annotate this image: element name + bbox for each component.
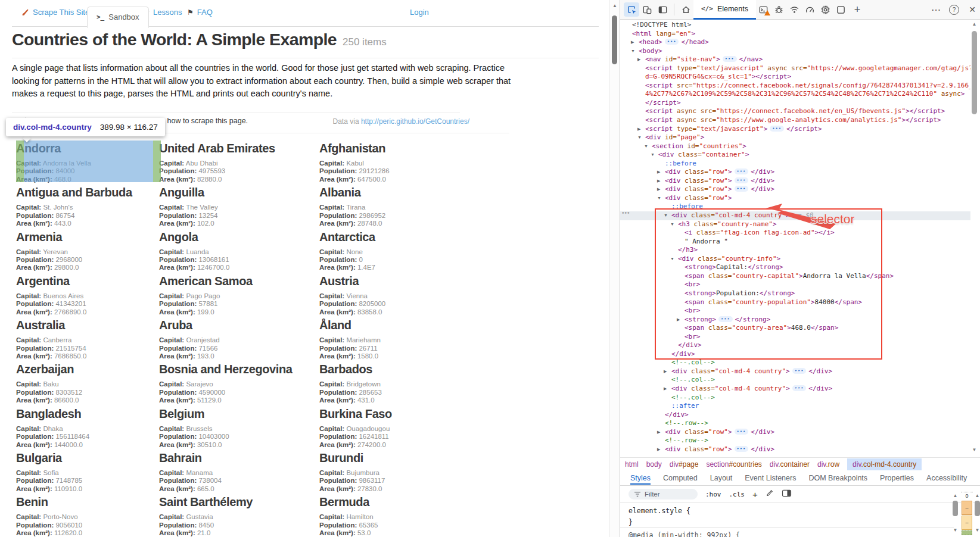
new-style-rule-icon[interactable]: +	[752, 489, 758, 499]
dom-node-line[interactable]: ▼<div class="col-md-4 country"> == $0	[620, 211, 970, 220]
dom-node-line[interactable]: ▼<div class="country-info">	[620, 255, 970, 264]
inspect-element-icon[interactable]	[624, 2, 639, 17]
dom-node-line[interactable]: ▼<h3 class="country-name">	[620, 220, 970, 229]
inline-expand-icon[interactable]: •••	[718, 316, 733, 322]
dom-node-line[interactable]: ▶<div class="col-md-4 country">•••</div>	[620, 367, 970, 376]
dom-node-line[interactable]: <span class="country-area">468.0</span>	[620, 324, 970, 333]
scroll-up-icon[interactable]: ▲	[973, 493, 980, 498]
dom-node-line[interactable]: <br>	[620, 307, 970, 316]
home-icon[interactable]	[678, 2, 693, 17]
dom-node-line[interactable]: ▼<div class="row">	[620, 194, 970, 203]
dom-node-line[interactable]: ▶<strong>•••</strong>	[620, 316, 970, 324]
dom-node-line[interactable]: <script async src="https://www.google-an…	[620, 116, 970, 125]
help-icon[interactable]: ?	[949, 5, 959, 15]
close-devtools-icon[interactable]: ✕	[964, 5, 980, 14]
pseudo-state-toggle[interactable]: :hov	[705, 491, 721, 498]
dom-node-line[interactable]: <br>	[620, 333, 970, 342]
tab-computed[interactable]: Computed	[663, 474, 698, 482]
inline-expand-icon[interactable]: •••	[735, 177, 749, 183]
styles-scrollbar-thumb[interactable]	[953, 501, 958, 516]
nav-tab-sandbox[interactable]: >_ Sandbox	[87, 7, 149, 28]
page-scrollbar[interactable]: ▲	[609, 0, 620, 537]
breadcrumb-item[interactable]: div.col-md-4.country	[847, 458, 922, 470]
dom-node-line[interactable]: ::before	[620, 202, 970, 211]
scroll-down-icon[interactable]: ▼	[951, 527, 959, 533]
scroll-down-icon[interactable]: ▼	[973, 527, 980, 533]
dom-node-line[interactable]: </h3>	[620, 246, 970, 255]
inline-expand-icon[interactable]: •••	[770, 126, 784, 132]
scroll-down-icon[interactable]: ▼	[970, 447, 978, 452]
breadcrumb-item[interactable]: div.row	[817, 460, 839, 469]
scroll-up-icon[interactable]: ▲	[970, 21, 978, 27]
dom-node-line[interactable]: <html lang="en">	[620, 30, 970, 39]
breadcrumb-item[interactable]: html	[625, 460, 639, 469]
dom-node-line[interactable]: ▶<head>•••</head>	[620, 38, 970, 47]
dom-node-line[interactable]: 4%2C77%2C67%2C109%2C59%2C58%2C31%2C96%2C…	[620, 90, 970, 99]
inline-expand-icon[interactable]: •••	[735, 168, 749, 174]
dom-node-line[interactable]: ::before	[620, 160, 970, 168]
tab-styles[interactable]: Styles	[630, 474, 651, 485]
clipped-css-rule[interactable]: @media (min-width: 992px) {	[629, 531, 740, 537]
nav-faq-link[interactable]: ⚑ FAQ	[187, 8, 213, 17]
tab-properties[interactable]: Properties	[880, 474, 914, 482]
styles-filter-input[interactable]: Filter	[629, 489, 698, 499]
dom-node-line[interactable]: ▶<nav id="site-nav">•••</nav>	[620, 55, 970, 64]
inline-expand-icon[interactable]: •••	[735, 429, 749, 435]
dom-node-line[interactable]: <script type="text/javascript" async src…	[620, 64, 970, 73]
tab-layout[interactable]: Layout	[710, 474, 733, 482]
node-menu-icon[interactable]: •••	[622, 210, 630, 216]
nav-brand-link[interactable]: Scrape This Site	[21, 8, 89, 17]
performance-icon[interactable]	[802, 2, 818, 17]
dom-node-line[interactable]: ::after	[620, 402, 970, 411]
dom-node-line[interactable]: ▼<section id="countries">	[620, 142, 970, 151]
dom-node-line[interactable]: ▶<div class="row">•••</div>	[620, 185, 970, 194]
tab-elements[interactable]: </> Elements	[693, 0, 756, 20]
dom-node-line[interactable]: " Andorra "	[620, 238, 970, 246]
application-icon[interactable]	[833, 2, 849, 17]
dom-tree-scrollbar[interactable]: ▲ ▼	[970, 21, 978, 455]
dom-node-line[interactable]: <script async src="https://connect.faceb…	[620, 107, 970, 116]
dom-node-line[interactable]: <!--.row-->	[620, 436, 970, 445]
bug-icon[interactable]	[771, 2, 787, 17]
scroll-up-icon[interactable]: ▲	[951, 493, 959, 498]
dom-tree-scrollbar-thumb[interactable]	[972, 31, 977, 114]
inline-expand-icon[interactable]: •••	[792, 368, 807, 374]
dom-node-line[interactable]: ▶<script type="text/javascript">•••</scr…	[620, 125, 970, 134]
computed-sidebar-toggle-icon[interactable]	[782, 489, 792, 499]
inline-expand-icon[interactable]: •••	[735, 446, 749, 452]
page-scrollbar-thumb[interactable]	[612, 15, 617, 64]
nav-login-link[interactable]: Login	[410, 8, 429, 17]
breadcrumb-item[interactable]: section#countries	[706, 460, 761, 469]
dom-node-line[interactable]: <!--.col-->	[620, 394, 970, 402]
add-tools-icon[interactable]: +	[849, 4, 866, 16]
dom-node-line[interactable]: <span class="country-population">84000</…	[620, 298, 970, 307]
breadcrumb-item[interactable]: body	[646, 460, 662, 469]
dom-node-line[interactable]: <!--.col-->	[620, 376, 970, 385]
dom-node-line[interactable]: ▶<div class="row">•••</div>	[620, 177, 970, 186]
element-style-rule-open[interactable]: element.style {	[629, 507, 690, 515]
network-icon[interactable]	[787, 2, 802, 17]
tab-event-listeners[interactable]: Event Listeners	[745, 474, 796, 482]
dom-node-line[interactable]: ▶<div class="row">•••</div>	[620, 445, 970, 454]
dom-node-line[interactable]: ▼<body>	[620, 47, 970, 56]
dom-node-line[interactable]: d=G-09N5RQCFG4&cx=c&_slc=1"></script>	[620, 73, 970, 82]
dom-node-line[interactable]: ▶<div class="col-md-4 country">•••</div>	[620, 385, 970, 394]
dock-side-icon[interactable]	[655, 2, 670, 17]
inline-expand-icon[interactable]: •••	[792, 385, 807, 391]
dom-node-line[interactable]: <strong>Population:</strong>	[620, 289, 970, 298]
dom-node-line[interactable]: <i class="flag-icon flag-icon-ad"></i>	[620, 229, 970, 238]
dom-node-line[interactable]: <!--.col-->	[620, 358, 970, 367]
dom-node-line[interactable]: </script>	[620, 99, 970, 108]
dom-node-line[interactable]: <!--.row-->	[620, 419, 970, 428]
dom-node-line[interactable]: ▶<div class="row">•••</div>	[620, 428, 970, 437]
element-class-toggle[interactable]: .cls	[729, 491, 745, 498]
dom-node-line[interactable]: </div>	[620, 341, 970, 350]
dom-node-line[interactable]: </div>	[620, 350, 970, 359]
dom-node-line[interactable]: <script src="https://connect.facebook.ne…	[620, 82, 970, 90]
dom-node-line[interactable]: <br>	[620, 280, 970, 289]
dom-node-line[interactable]: <span class="country-capital">Andorra la…	[620, 272, 970, 281]
styles-scrollbar[interactable]: ▲ ▼	[951, 493, 959, 535]
tab-accessibility[interactable]: Accessibility	[926, 474, 967, 482]
tab-dom-breakpoints[interactable]: DOM Breakpoints	[808, 474, 867, 482]
boxmodel-scrollbar-thumb[interactable]	[975, 501, 980, 516]
